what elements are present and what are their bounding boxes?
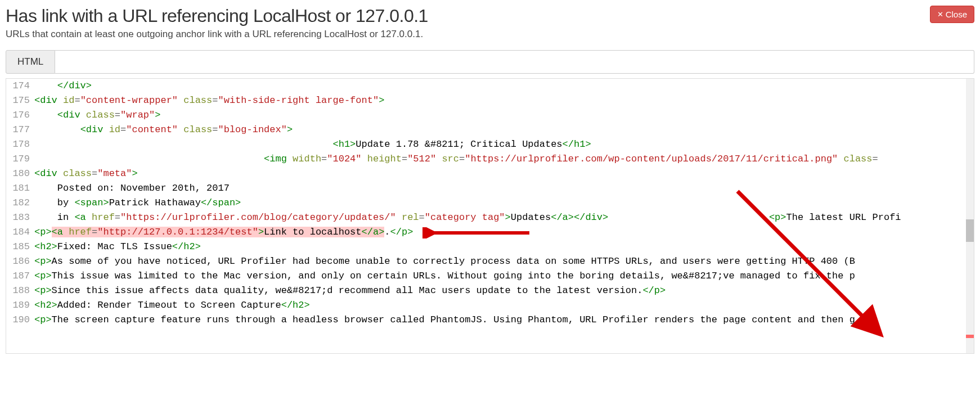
url-input[interactable] — [55, 50, 974, 74]
line-number: 178 — [6, 137, 34, 152]
line-number: 175 — [6, 93, 34, 108]
code-content: by <span>Patrick Hathaway</span> — [34, 196, 974, 210]
code-content: Posted on: November 20th, 2017 — [34, 181, 974, 196]
line-number: 174 — [6, 79, 34, 93]
code-content: <div id="content-wrapper" class="with-si… — [34, 93, 974, 108]
code-content: <h1>Update 1.78 &#8211; Critical Updates… — [34, 137, 974, 152]
code-line: 182 by <span>Patrick Hathaway</span> — [6, 196, 974, 210]
tabbar: HTML — [6, 50, 974, 74]
line-number: 176 — [6, 108, 34, 123]
code-line: 190<p>The screen capture feature runs th… — [6, 313, 974, 327]
code-line: 181 Posted on: November 20th, 2017 — [6, 181, 974, 196]
code-content: <img width="1024" height="512" src="http… — [34, 152, 974, 166]
code-line: 186<p>As some of you have noticed, URL P… — [6, 254, 974, 269]
code-line: 175<div id="content-wrapper" class="with… — [6, 93, 974, 108]
code-line: 185<h2>Fixed: Mac TLS Issue</h2> — [6, 240, 974, 254]
code-line: 180<div class="meta"> — [6, 166, 974, 181]
code-line: 184<p><a href="http://127.0.0.1:1234/tes… — [6, 225, 974, 240]
code-line: 183 in <a href="https://urlprofiler.com/… — [6, 210, 974, 225]
line-number: 183 — [6, 210, 34, 225]
code-line: 179 <img width="1024" height="512" src="… — [6, 152, 974, 166]
line-number: 188 — [6, 284, 34, 298]
close-label: Close — [946, 10, 967, 19]
code-viewer[interactable]: 174 </div>175<div id="content-wrapper" c… — [6, 78, 974, 354]
tab-html[interactable]: HTML — [6, 50, 55, 74]
header: Has link with a URL referencing LocalHos… — [6, 6, 974, 26]
code-content: </div> — [34, 79, 974, 93]
code-line: 188<p>Since this issue affects data qual… — [6, 284, 974, 298]
code-content: in <a href="https://urlprofiler.com/blog… — [34, 210, 974, 225]
line-number: 182 — [6, 196, 34, 210]
page-title: Has link with a URL referencing LocalHos… — [6, 6, 428, 26]
line-number: 187 — [6, 269, 34, 284]
code-content: <div id="content" class="blog-index"> — [34, 123, 974, 137]
line-number: 186 — [6, 254, 34, 269]
code-content: <p>The screen capture feature runs throu… — [34, 313, 974, 327]
line-number: 177 — [6, 123, 34, 137]
code-content: <p>This issue was limited to the Mac ver… — [34, 269, 974, 284]
line-number: 184 — [6, 225, 34, 240]
code-line: 178 <h1>Update 1.78 &#8211; Critical Upd… — [6, 137, 974, 152]
scrollbar-thumb[interactable] — [966, 219, 974, 242]
code-content: <p>As some of you have noticed, URL Prof… — [34, 254, 974, 269]
code-content: <div class="meta"> — [34, 166, 974, 181]
code-content: <p><a href="http://127.0.0.1:1234/test">… — [34, 225, 974, 240]
line-number: 181 — [6, 181, 34, 196]
code-content: <h2>Fixed: Mac TLS Issue</h2> — [34, 240, 974, 254]
code-line: 177 <div id="content" class="blog-index"… — [6, 123, 974, 137]
code-line: 189<h2>Added: Render Timeout to Screen C… — [6, 298, 974, 313]
code-line: 187<p>This issue was limited to the Mac … — [6, 269, 974, 284]
code-content: <p>Since this issue affects data quality… — [34, 284, 974, 298]
line-number: 190 — [6, 313, 34, 327]
close-button[interactable]: ✕ Close — [930, 6, 974, 23]
vertical-scrollbar[interactable] — [966, 79, 974, 353]
subtitle: URLs that contain at least one outgoing … — [6, 29, 974, 40]
scrollbar-highlight-marker — [966, 335, 974, 338]
code-line: 176 <div class="wrap"> — [6, 108, 974, 123]
code-line: 174 </div> — [6, 79, 974, 93]
line-number: 185 — [6, 240, 34, 254]
line-number: 189 — [6, 298, 34, 313]
close-icon: ✕ — [937, 10, 943, 19]
code-content: <div class="wrap"> — [34, 108, 974, 123]
code-content: <h2>Added: Render Timeout to Screen Capt… — [34, 298, 974, 313]
line-number: 180 — [6, 166, 34, 181]
line-number: 179 — [6, 152, 34, 166]
